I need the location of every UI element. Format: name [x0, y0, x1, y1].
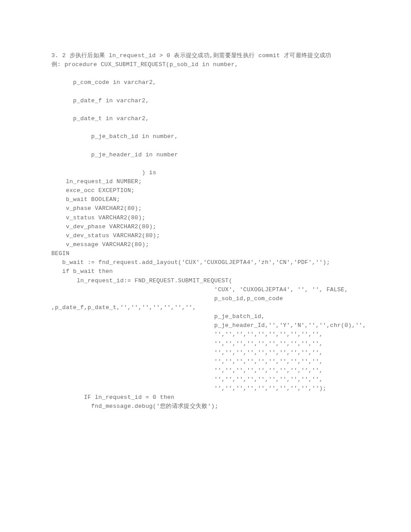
code-line: BEGIN	[51, 249, 360, 258]
code-line: if b_wait then	[51, 267, 360, 276]
code-line: p_date_t in varchar2,	[51, 114, 360, 123]
code-line: ln_request_id NUMBER;	[51, 177, 360, 186]
code-line: p_je_batch_id,	[51, 312, 360, 321]
code-line: '','','','','','','','','','');	[51, 384, 360, 393]
code-line: v_phase VARCHAR2(80);	[51, 204, 360, 213]
code-line: ) is	[51, 168, 360, 177]
code-line: IF ln_request_id = 0 then	[51, 393, 360, 402]
code-line	[51, 69, 360, 78]
code-line: '','','','','','','','','','',	[51, 375, 360, 384]
code-line	[51, 105, 360, 114]
code-line: p_date_f in varchar2,	[51, 96, 360, 105]
code-line	[51, 159, 360, 168]
code-line: v_dev_phase VARCHAR2(80);	[51, 222, 360, 231]
code-line: v_message VARCHAR2(80);	[51, 240, 360, 249]
code-line: p_com_code in varchar2,	[51, 78, 360, 87]
code-line: v_status VARCHAR2(80);	[51, 214, 360, 222]
code-line: v_dev_status VARCHAR2(80);	[51, 231, 360, 240]
code-line: p_je_batch_id in number,	[51, 132, 360, 141]
code-line: p_sob_id,p_com_code	[51, 294, 360, 303]
code-line: b_wait BOOLEAN;	[51, 195, 360, 204]
code-line: p_je_header_id in number	[51, 151, 360, 159]
code-line: '','','','','','','','','','',	[51, 330, 360, 339]
code-line: ,p_date_f,p_date_t,'','','','','','','',	[51, 303, 360, 312]
code-line: b_wait := fnd_request.add_layout('CUX','…	[51, 258, 360, 267]
code-line: 'CUX', 'CUXOGLJEPTA4', '', '', FALSE,	[51, 285, 360, 294]
code-line	[51, 141, 360, 150]
code-line: fnd_message.debug('您的请求提交失败');	[51, 402, 360, 411]
code-line	[51, 123, 360, 132]
code-line: ln_request_id:= FND_REQUEST.SUBMIT_REQUE…	[51, 276, 360, 285]
code-line: exce_occ EXCEPTION;	[51, 186, 360, 195]
document-content: 3. 2 步执行后如果 ln_request_id > 0 表示提交成功,则需要…	[51, 51, 360, 411]
code-line: '','','','','','','','','','',	[51, 366, 360, 375]
code-line	[51, 88, 360, 96]
code-line: 例: procedure CUX_SUBMIT_REQUEST(p_sob_id…	[51, 60, 360, 69]
code-line: '','','','','','','','','','',	[51, 339, 360, 348]
code-line: '','','','','','','','','','',	[51, 357, 360, 366]
code-line: 3. 2 步执行后如果 ln_request_id > 0 表示提交成功,则需要…	[51, 51, 360, 60]
code-line: p_je_header_Id,'','Y','N','','',chr(0),'…	[51, 321, 360, 330]
code-line: '','','','','','','','','','',	[51, 348, 360, 357]
